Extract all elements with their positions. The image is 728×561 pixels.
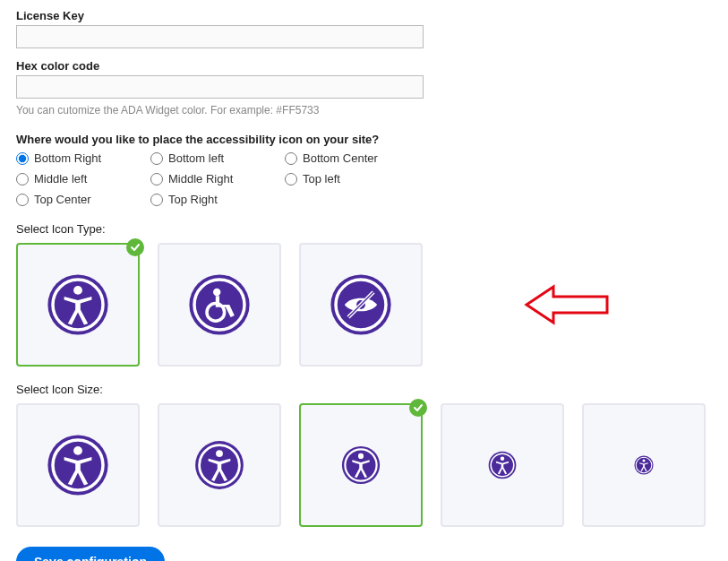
low-vision-eye-icon bbox=[330, 273, 392, 336]
placement-radio-item[interactable]: Top Center bbox=[16, 193, 150, 206]
icon-type-card-wheelchair[interactable] bbox=[158, 243, 281, 367]
accessibility-person-icon bbox=[47, 273, 109, 336]
placement-radio[interactable] bbox=[16, 194, 29, 206]
hex-color-input[interactable] bbox=[16, 75, 424, 99]
accessibility-person-icon bbox=[194, 440, 244, 490]
placement-radio[interactable] bbox=[150, 173, 163, 186]
placement-radio-item[interactable]: Middle left bbox=[16, 172, 150, 186]
accessibility-person-icon bbox=[341, 445, 381, 485]
placement-radio-label: Bottom left bbox=[168, 151, 224, 165]
placement-radio-label: Top Center bbox=[34, 193, 91, 206]
arrow-icon bbox=[522, 282, 612, 327]
icon-size-label: Select Icon Size: bbox=[16, 383, 712, 396]
placement-radio-label: Middle Right bbox=[168, 172, 233, 186]
icon-type-label: Select Icon Type: bbox=[16, 222, 712, 236]
placement-radio[interactable] bbox=[285, 173, 297, 186]
icon-size-card-22[interactable] bbox=[582, 403, 706, 527]
icon-size-card-56[interactable] bbox=[158, 403, 281, 527]
save-configuration-button[interactable]: Save configuration bbox=[16, 547, 165, 561]
placement-radio-grid: Bottom RightBottom leftBottom CenterMidd… bbox=[16, 151, 712, 206]
wheelchair-icon bbox=[188, 273, 251, 336]
placement-radio-item[interactable]: Middle Right bbox=[150, 172, 285, 186]
hex-color-label: Hex color code bbox=[16, 59, 712, 73]
placement-radio-item[interactable]: Bottom Center bbox=[285, 151, 419, 165]
placement-radio[interactable] bbox=[150, 194, 163, 206]
icon-type-card-low-vision-eye[interactable] bbox=[299, 243, 423, 367]
license-key-field: License Key bbox=[16, 9, 712, 48]
icon-size-card-44[interactable] bbox=[299, 403, 423, 527]
placement-question: Where would you like to place the access… bbox=[16, 133, 712, 146]
selected-check-icon bbox=[126, 238, 144, 256]
placement-radio-label: Top Right bbox=[168, 193, 218, 206]
hex-color-help: You can cutomize the ADA Widget color. F… bbox=[16, 104, 712, 117]
icon-size-row bbox=[16, 403, 712, 527]
placement-radio-label: Bottom Center bbox=[303, 151, 378, 165]
accessibility-person-icon bbox=[47, 434, 109, 496]
icon-type-row bbox=[16, 243, 712, 367]
placement-radio[interactable] bbox=[150, 152, 163, 165]
placement-radio-label: Top left bbox=[303, 172, 340, 186]
icon-type-card-accessibility-person[interactable] bbox=[16, 243, 140, 367]
placement-radio-label: Middle left bbox=[34, 172, 87, 186]
placement-radio-item[interactable]: Bottom Right bbox=[16, 151, 150, 165]
placement-radio[interactable] bbox=[16, 173, 29, 186]
placement-radio-item[interactable]: Top left bbox=[285, 172, 419, 186]
license-key-label: License Key bbox=[16, 9, 712, 22]
placement-radio-label: Bottom Right bbox=[34, 151, 101, 165]
placement-radio-item[interactable]: Bottom left bbox=[150, 151, 285, 165]
accessibility-person-icon bbox=[634, 455, 654, 475]
accessibility-person-icon bbox=[488, 451, 517, 479]
selected-check-icon bbox=[409, 399, 427, 417]
placement-radio-item[interactable]: Top Right bbox=[150, 193, 285, 206]
placement-radio[interactable] bbox=[285, 152, 297, 165]
icon-size-card-70[interactable] bbox=[16, 403, 140, 527]
placement-radio[interactable] bbox=[16, 152, 29, 165]
license-key-input[interactable] bbox=[16, 25, 424, 48]
hex-color-field: Hex color code You can cutomize the ADA … bbox=[16, 59, 712, 117]
icon-size-card-32[interactable] bbox=[441, 403, 564, 527]
